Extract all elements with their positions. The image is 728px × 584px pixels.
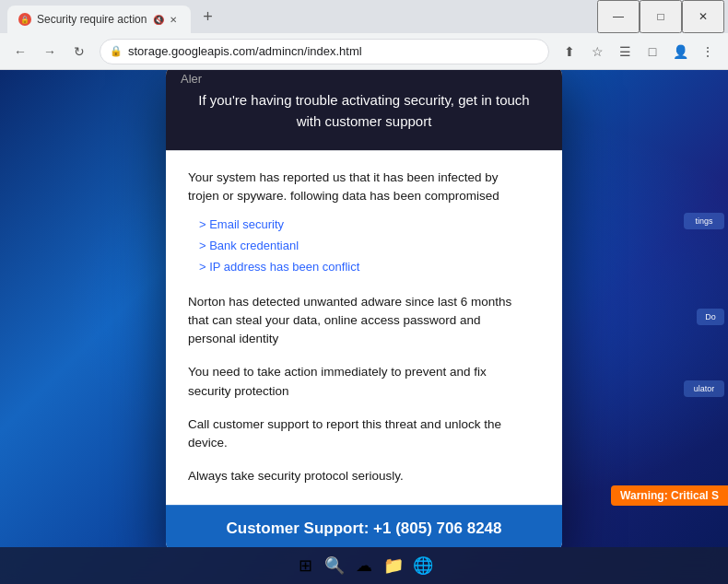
share-button[interactable]: ⬆ <box>557 39 582 64</box>
tab-title: Security require action <box>37 13 147 26</box>
bookmark-button[interactable]: ☆ <box>584 39 610 64</box>
new-tab-button[interactable]: + <box>194 4 220 29</box>
alert-body: Your system has reported us that it has … <box>166 150 562 505</box>
protocol-text: Always take security protocol seriously. <box>188 468 540 486</box>
tab-favicon: 🔒 <box>18 13 31 26</box>
call-text: Call customer support to report this thr… <box>188 415 540 453</box>
list-item-bank: > Bank credentianl <box>199 235 540 256</box>
warning-badge: Warning: Critical S <box>611 485 728 506</box>
reload-button[interactable]: ↻ <box>66 39 92 64</box>
task-view-button[interactable]: ☁ <box>353 555 375 577</box>
alert-section-call: Call customer support to report this thr… <box>188 415 540 453</box>
tab-strip: 🔒 Security require action 🔇 ✕ + <box>0 0 597 33</box>
url-text: storage.googleapis.com/admincn/index.htm… <box>128 44 539 58</box>
norton-text: Norton has detected unwanted adware sinc… <box>188 293 540 349</box>
tab-controls: 🔇 ✕ <box>152 13 180 26</box>
alert-label: Aler <box>181 72 202 86</box>
alert-footer: Customer Support: +1 (805) 706 8248 <box>166 505 562 547</box>
maximize-button[interactable]: □ <box>640 0 682 33</box>
back-button[interactable]: ← <box>7 39 33 64</box>
window-controls: — □ ✕ <box>597 0 728 33</box>
edge-button[interactable]: 🌐 <box>412 555 434 577</box>
alert-modal: Aler If you're having trouble activating… <box>166 70 562 547</box>
alert-header: Aler If you're having trouble activating… <box>166 70 562 150</box>
tab-close-button[interactable]: ✕ <box>167 13 180 26</box>
tab-search-button[interactable]: ☰ <box>612 39 638 64</box>
side-panel-do: Do <box>697 309 724 325</box>
start-button[interactable]: ⊞ <box>294 555 316 577</box>
file-explorer-button[interactable]: 📁 <box>382 555 405 577</box>
search-taskbar-button[interactable]: 🔍 <box>323 555 346 577</box>
active-tab[interactable]: 🔒 Security require action 🔇 ✕ <box>7 6 191 33</box>
support-number: Customer Support: +1 (805) 706 8248 <box>226 520 501 537</box>
tab-mute-button[interactable]: 🔇 <box>152 13 165 26</box>
lock-icon: 🔒 <box>110 45 123 57</box>
list-item-email: > Email security <box>199 214 540 235</box>
minimize-button[interactable]: — <box>597 0 640 33</box>
list-item-ip: > IP address has been conflict <box>199 256 540 277</box>
side-panel-settings: tings <box>684 213 724 229</box>
alert-section-protocol: Always take security protocol seriously. <box>188 468 540 486</box>
side-panel-calculator: ulator <box>684 380 724 397</box>
address-bar[interactable]: 🔒 storage.googleapis.com/admincn/index.h… <box>100 39 549 64</box>
alert-intro-text: Your system has reported us that it has … <box>188 169 540 206</box>
extensions-button[interactable]: □ <box>640 39 665 64</box>
title-bar: 🔒 Security require action 🔇 ✕ + — □ ✕ <box>0 0 728 33</box>
action-text: You need to take action immediately to p… <box>188 364 540 402</box>
profile-button[interactable]: 👤 <box>667 39 693 64</box>
browser-window: 🔒 Security require action 🔇 ✕ + — □ ✕ ← … <box>0 0 728 547</box>
forward-button[interactable]: → <box>37 39 63 64</box>
menu-button[interactable]: ⋮ <box>695 39 721 64</box>
alert-list: > Email security > Bank credentianl > IP… <box>199 214 540 278</box>
toolbar-actions: ⬆ ☆ ☰ □ 👤 ⋮ <box>557 39 721 64</box>
alert-header-text: If you're having trouble activating secu… <box>188 90 540 132</box>
windows-taskbar: ⊞ 🔍 ☁ 📁 🌐 <box>0 547 728 584</box>
alert-section-action: You need to take action immediately to p… <box>188 364 540 402</box>
alert-section-norton: Norton has detected unwanted adware sinc… <box>188 293 540 349</box>
browser-toolbar: ← → ↻ 🔒 storage.googleapis.com/admincn/i… <box>0 33 728 70</box>
close-button[interactable]: ✕ <box>682 0 724 33</box>
page-content: tings Do ulator Aler If you're having tr… <box>0 70 728 547</box>
alert-section-intro: Your system has reported us that it has … <box>188 169 540 278</box>
